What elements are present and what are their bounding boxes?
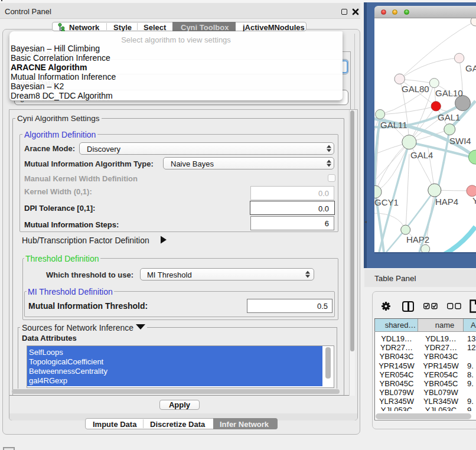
svg-text:GAL4: GAL4	[410, 150, 433, 160]
svg-text:GAL11: GAL11	[380, 120, 407, 130]
svg-text:GAL80: GAL80	[402, 84, 429, 94]
svg-text:HAP4: HAP4	[435, 197, 458, 207]
svg-text:GCY1: GCY1	[374, 197, 399, 207]
svg-text:HAP2: HAP2	[406, 234, 429, 244]
svg-text:GAL1: GAL1	[438, 112, 460, 122]
svg-text:GAL: GAL	[465, 63, 476, 73]
svg-text:GAL10: GAL10	[435, 88, 463, 98]
svg-text:Y: Y	[472, 195, 476, 206]
svg-text:SWI4: SWI4	[449, 136, 471, 146]
